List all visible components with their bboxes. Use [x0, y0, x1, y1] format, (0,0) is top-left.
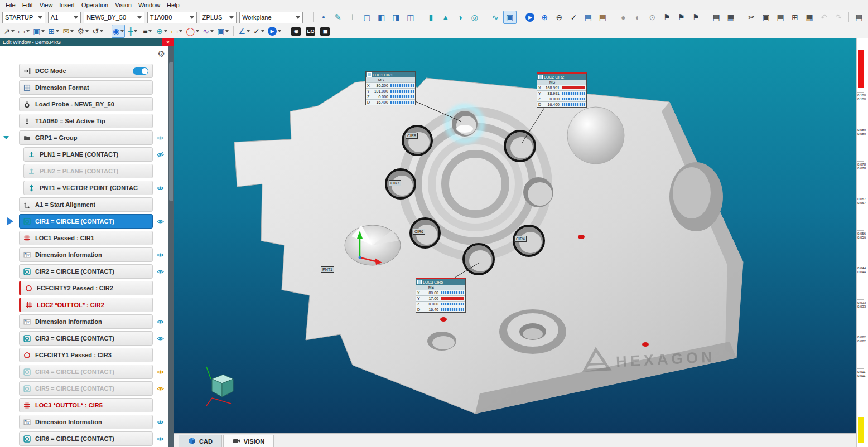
dcc-toggle-switch[interactable]: [133, 67, 148, 75]
view-cube[interactable]: [206, 367, 233, 406]
eye-icon[interactable]: [153, 385, 167, 392]
dropdown-alignment[interactable]: A1: [48, 12, 81, 23]
verify-icon[interactable]: ✓: [567, 11, 580, 24]
graph-icon[interactable]: ∿: [201, 25, 215, 38]
measurement-callout-loc2[interactable]: LOC2 CIR2MSX168.991Y88.991Z0.000D16.400: [537, 72, 587, 108]
edit-window-titlebar[interactable]: Edit Window - Demo.PRG ✕: [0, 38, 174, 46]
tree-item[interactable]: PLN1 = PLANE (CONTACT): [23, 147, 153, 162]
report-list-icon[interactable]: ▤: [710, 11, 723, 24]
mark-done-icon[interactable]: ✓: [252, 25, 266, 38]
expander-icon[interactable]: [3, 136, 9, 139]
tree-item[interactable]: PNT1 = VECTOR POINT (CONTAC: [23, 181, 153, 195]
report-edit-icon[interactable]: ▤: [596, 11, 609, 24]
feature-label-cir4[interactable]: CIR4: [514, 236, 527, 242]
tree-item[interactable]: Dimension Information: [19, 247, 153, 262]
tree-item[interactable]: T1A0B0 = Set Active Tip: [19, 114, 153, 128]
dropdown-workplane-axis[interactable]: ZPLUS: [200, 12, 237, 23]
eye-icon[interactable]: [153, 268, 167, 275]
half-sphere-icon[interactable]: ◐: [631, 11, 644, 24]
bookmark2-icon[interactable]: ⚑: [674, 11, 688, 24]
execute-icon[interactable]: ▶: [523, 11, 537, 24]
tree-item[interactable]: FCFCIRTY1 Passed : CIR3: [19, 348, 153, 362]
pattern-icon[interactable]: ⊞: [788, 11, 802, 24]
tree-item[interactable]: LOC3 *OUTTOL* : CIR5: [19, 398, 153, 412]
tab-vision[interactable]: VISION: [223, 435, 274, 447]
perpendicular-icon[interactable]: ⊥: [346, 11, 359, 24]
dropdown-workplane[interactable]: Workplane: [239, 12, 303, 23]
panel-scrollbar[interactable]: [168, 46, 174, 447]
array-icon[interactable]: ▦: [803, 11, 816, 24]
target-box-icon[interactable]: ▣: [216, 25, 230, 38]
shaded-sphere-icon[interactable]: ●: [616, 11, 630, 24]
film-box-icon[interactable]: ▦: [319, 25, 332, 38]
paste-icon[interactable]: ▤: [774, 11, 787, 24]
window-layout-icon[interactable]: ▭: [17, 25, 31, 38]
bookmark1-icon[interactable]: ⚑: [660, 11, 673, 24]
view-reset-icon[interactable]: ⊙: [645, 11, 659, 24]
close-icon[interactable]: ✕: [162, 38, 174, 46]
print-icon[interactable]: ▤: [852, 11, 866, 24]
menu-view[interactable]: View: [36, 1, 56, 9]
report-pass-icon[interactable]: ▤: [581, 11, 595, 24]
tree-item[interactable]: CIR3 = CIRCLE (CONTACT): [19, 331, 153, 346]
measured-point-icon[interactable]: •: [317, 11, 330, 24]
eye-icon[interactable]: [153, 435, 167, 443]
feature-label-cir8[interactable]: CIR8: [406, 133, 418, 139]
menu-help[interactable]: Help: [163, 1, 183, 9]
cad-viewport[interactable]: HEXAGON LOC1 CIR1MSX80.300Y101.000Z0.000…: [174, 38, 857, 447]
report-grid-icon[interactable]: ▦: [724, 11, 737, 24]
eye-icon[interactable]: [153, 218, 167, 225]
bookmark3-icon[interactable]: ⚑: [689, 11, 702, 24]
feature-label-cir6[interactable]: CIR6: [413, 229, 425, 235]
probe-vector-icon[interactable]: ╋: [126, 25, 139, 38]
comment-icon[interactable]: ✉: [61, 25, 75, 38]
eye-icon[interactable]: [153, 134, 167, 142]
tree-item[interactable]: Dimension Information: [19, 314, 153, 329]
menu-edit[interactable]: Edit: [19, 1, 36, 9]
feature-label-pnt1[interactable]: PNT1: [321, 266, 334, 273]
tree-item[interactable]: Load Probe - NEW5_BY_50: [19, 97, 153, 111]
copy-icon[interactable]: ▣: [759, 11, 773, 24]
measure-grid-icon[interactable]: ⊞: [47, 25, 60, 38]
feature-list-icon[interactable]: ≡: [141, 25, 154, 38]
split-rect-icon[interactable]: ◫: [404, 11, 417, 24]
tree-item[interactable]: A1 = Start Alignment: [19, 197, 153, 212]
dropdown-startup[interactable]: STARTUP: [2, 12, 45, 23]
gear-icon[interactable]: ⚙: [158, 49, 165, 59]
tree-item[interactable]: GRP1 = Group: [19, 130, 153, 145]
stop-icon[interactable]: ⊖: [552, 11, 566, 24]
half-rect-left-icon[interactable]: ◧: [375, 11, 388, 24]
tree-item[interactable]: FCFCIRTY2 Passed : CIR2: [19, 281, 153, 295]
eo-box-icon[interactable]: EO: [304, 25, 317, 38]
rotate-view-icon[interactable]: ↺: [91, 25, 104, 38]
optimize-gears-icon[interactable]: ⚙: [76, 25, 90, 38]
undo-icon[interactable]: ↶: [817, 11, 831, 24]
cut-icon[interactable]: ✂: [745, 11, 758, 24]
tree-item[interactable]: LOC1 Passed : CIR1: [19, 231, 153, 245]
menu-window[interactable]: Window: [135, 1, 163, 9]
scrollbar-thumb[interactable]: [169, 62, 173, 201]
torus-icon[interactable]: ◎: [468, 11, 481, 24]
camera-icon[interactable]: ◉: [290, 25, 303, 38]
eye-icon[interactable]: [153, 419, 167, 426]
tree-item[interactable]: CIR1 = CIRCLE (CONTACT): [19, 214, 153, 229]
half-rect-right-icon[interactable]: ◨: [389, 11, 403, 24]
menu-vision[interactable]: Vision: [112, 1, 135, 9]
tree-item[interactable]: DCC Mode: [19, 64, 153, 78]
tab-cad[interactable]: CAD: [179, 435, 222, 447]
execute-feature-icon[interactable]: ⊕: [538, 11, 551, 24]
dropdown-probe[interactable]: NEW5_BY_50: [84, 12, 144, 23]
menu-insert[interactable]: Insert: [56, 1, 78, 9]
scan-curve-icon[interactable]: ∿: [489, 11, 502, 24]
cone-icon[interactable]: ▲: [439, 11, 452, 24]
redo-icon[interactable]: ↷: [832, 11, 845, 24]
eye-icon[interactable]: [153, 184, 167, 192]
eye-icon[interactable]: [153, 318, 167, 325]
probe-toggle-icon[interactable]: ▣: [32, 25, 46, 38]
menu-file[interactable]: File: [2, 1, 19, 9]
cursor-mode-icon[interactable]: ↗: [2, 25, 16, 38]
cylinder-icon[interactable]: ▮: [425, 11, 438, 24]
tree-item[interactable]: CIR6 = CIRCLE (CONTACT): [19, 431, 153, 446]
play-circle-icon[interactable]: ▶: [267, 25, 282, 38]
feature-label-cir7[interactable]: CIR7: [389, 180, 401, 186]
